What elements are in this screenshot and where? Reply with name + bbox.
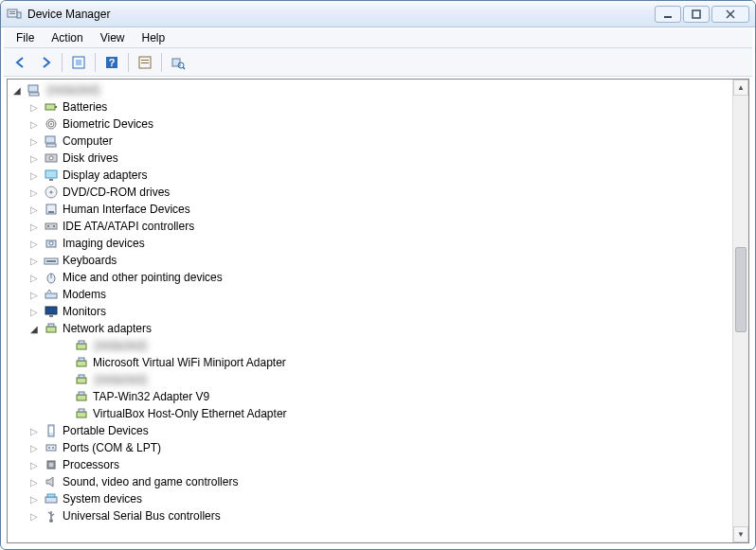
- tree-category[interactable]: ▷IDE ATA/ATAPI controllers: [8, 218, 732, 235]
- menu-action[interactable]: Action: [43, 28, 91, 47]
- toolbar-separator: [128, 53, 129, 72]
- tree-category[interactable]: ▷Monitors: [8, 303, 732, 320]
- tree-category[interactable]: ▷Human Interface Devices: [8, 201, 732, 218]
- svg-rect-50: [79, 358, 84, 361]
- tree-item-label: Computer: [63, 134, 113, 148]
- expand-icon[interactable]: ▷: [28, 510, 40, 522]
- svg-rect-28: [49, 179, 53, 181]
- collapse-icon[interactable]: ◢: [11, 84, 23, 96]
- svg-rect-34: [47, 225, 49, 227]
- expand-icon[interactable]: ▷: [28, 221, 40, 232]
- svg-rect-39: [46, 260, 56, 262]
- svg-point-66: [49, 519, 53, 523]
- tree-category[interactable]: ▷Disk drives: [8, 150, 732, 167]
- monitor-icon: [44, 304, 59, 319]
- vertical-scrollbar[interactable]: ▲ ▼: [732, 80, 748, 542]
- expand-icon[interactable]: ▷: [28, 459, 40, 470]
- tree-device[interactable]: VirtualBox Host-Only Ethernet Adapter: [8, 405, 732, 422]
- expand-icon[interactable]: ▷: [28, 118, 40, 130]
- svg-rect-7: [76, 60, 81, 65]
- cpu-icon: [44, 457, 59, 472]
- tree-item-label: Human Interface Devices: [63, 203, 190, 216]
- device-tree[interactable]: ◢(redacted)▷Batteries▷Biometric Devices▷…: [8, 80, 732, 542]
- tree-category[interactable]: ▷Sound, video and game controllers: [8, 473, 732, 490]
- tree-category[interactable]: ▷Portable Devices: [8, 422, 732, 439]
- tree-item-label: DVD/CD-ROM drives: [63, 186, 170, 199]
- expand-icon[interactable]: ▷: [28, 272, 40, 283]
- tree-category[interactable]: ▷Batteries: [8, 98, 732, 115]
- tree-category[interactable]: ▷Computer: [8, 133, 732, 150]
- expand-icon[interactable]: ▷: [28, 493, 40, 505]
- expand-icon[interactable]: ▷: [28, 152, 40, 164]
- expand-icon[interactable]: ▷: [28, 204, 40, 215]
- portable-icon: [44, 423, 59, 438]
- svg-point-60: [48, 447, 50, 449]
- tree-device[interactable]: (redacted): [8, 371, 732, 388]
- up-button[interactable]: [67, 51, 90, 74]
- tree-item-label: (redacted): [93, 339, 149, 352]
- scan-button[interactable]: [167, 51, 189, 74]
- scroll-track[interactable]: [733, 96, 748, 526]
- app-icon: [7, 7, 22, 22]
- properties-button[interactable]: [134, 51, 156, 74]
- tree-item-label: Ports (COM & LPT): [63, 441, 161, 454]
- expand-icon[interactable]: ▷: [28, 306, 40, 317]
- maximize-button[interactable]: [683, 6, 710, 23]
- tree-root[interactable]: ◢(redacted): [8, 81, 732, 98]
- tree-item-label: Universal Serial Bus controllers: [63, 509, 221, 523]
- tree-category[interactable]: ▷Modems: [8, 286, 732, 303]
- menubar: File Action View Help: [4, 27, 752, 48]
- tree-item-label: Display adapters: [63, 169, 147, 182]
- forward-button[interactable]: [34, 51, 57, 74]
- tree-category[interactable]: ▷System devices: [8, 490, 732, 507]
- expand-icon[interactable]: ▷: [28, 476, 40, 488]
- tree-category[interactable]: ▷Ports (COM & LPT): [8, 439, 732, 456]
- scroll-down-button[interactable]: ▼: [733, 526, 748, 542]
- keyboard-icon: [44, 253, 59, 268]
- tree-category[interactable]: ◢Network adapters: [8, 320, 732, 337]
- modem-icon: [44, 287, 59, 302]
- tree-category[interactable]: ▷Keyboards: [8, 252, 732, 269]
- menu-help[interactable]: Help: [134, 28, 174, 47]
- tree-item-label: Mice and other pointing devices: [63, 271, 223, 284]
- tree-category[interactable]: ▷Universal Serial Bus controllers: [8, 507, 732, 524]
- svg-rect-19: [55, 106, 57, 108]
- tree-item-label: Modems: [63, 288, 106, 301]
- tree-category[interactable]: ▷Processors: [8, 456, 732, 473]
- nic-icon: [74, 338, 89, 353]
- expand-icon[interactable]: ▷: [28, 442, 40, 453]
- svg-rect-52: [79, 375, 84, 378]
- svg-rect-47: [77, 344, 86, 349]
- tree-device[interactable]: Microsoft Virtual WiFi Miniport Adapter: [8, 354, 732, 371]
- hid-icon: [44, 202, 59, 217]
- expand-icon[interactable]: ▷: [28, 169, 40, 181]
- svg-rect-18: [45, 104, 55, 110]
- scroll-up-button[interactable]: ▲: [733, 80, 748, 96]
- tree-device[interactable]: TAP-Win32 Adapter V9: [8, 388, 732, 405]
- menu-file[interactable]: File: [8, 28, 43, 47]
- tree-category[interactable]: ▷Imaging devices: [8, 235, 732, 252]
- expand-icon[interactable]: ▷: [28, 186, 40, 198]
- expand-icon[interactable]: ▷: [28, 238, 40, 249]
- tree-category[interactable]: ▷DVD/CD-ROM drives: [8, 184, 732, 201]
- close-button[interactable]: [711, 6, 749, 23]
- menu-view[interactable]: View: [92, 28, 134, 47]
- expand-icon[interactable]: ▷: [28, 289, 40, 300]
- tree-device[interactable]: (redacted): [8, 337, 732, 354]
- svg-rect-5: [693, 10, 700, 18]
- scroll-thumb[interactable]: [735, 247, 747, 332]
- expand-icon[interactable]: ▷: [28, 255, 40, 266]
- expand-icon[interactable]: ▷: [28, 425, 40, 436]
- tree-category[interactable]: ▷Biometric Devices: [8, 115, 732, 133]
- tree-category[interactable]: ▷Display adapters: [8, 167, 732, 184]
- expand-icon[interactable]: ▷: [28, 135, 40, 147]
- expand-icon[interactable]: ▷: [28, 101, 40, 113]
- minimize-button[interactable]: [655, 6, 681, 23]
- help-button[interactable]: ?: [100, 51, 123, 74]
- collapse-icon[interactable]: ◢: [28, 323, 40, 334]
- toolbar-separator: [62, 53, 63, 72]
- tree-category[interactable]: ▷Mice and other pointing devices: [8, 269, 732, 286]
- expander-spacer: [59, 374, 70, 385]
- content-pane: ◢(redacted)▷Batteries▷Biometric Devices▷…: [7, 79, 749, 543]
- back-button[interactable]: [9, 51, 32, 74]
